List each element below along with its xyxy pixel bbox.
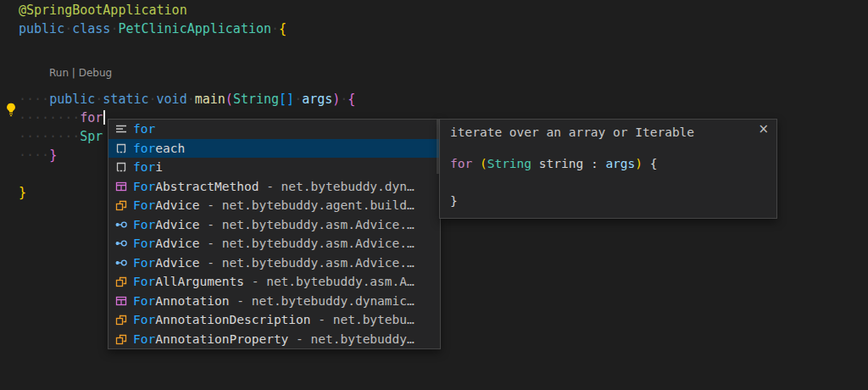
code-line[interactable]: public·class·PetClinicApplication·{: [19, 20, 355, 38]
codelens-debug-link[interactable]: Debug: [79, 67, 112, 79]
code-token: PetClinicApplication: [118, 21, 271, 36]
suggest-item-label: Annotation: [155, 294, 229, 308]
code-token: ····: [19, 92, 49, 107]
symbol-reference-icon: [114, 256, 128, 270]
code-line[interactable]: @SpringBootApplication: [19, 1, 355, 20]
suggest-item-detail: - net.bytebuddy.agent.build…: [200, 198, 415, 212]
code-token: for: [450, 157, 472, 170]
code-token: ·: [64, 21, 72, 36]
lightbulb-icon[interactable]: [3, 102, 19, 117]
suggest-item[interactable]: foreach: [108, 139, 440, 159]
symbol-class-icon: [114, 198, 128, 212]
suggest-item[interactable]: ForAnnotation - net.bytebuddy.dynamic…: [108, 292, 440, 311]
suggest-item-detail: - net.bytebuddy.asm.A…: [244, 275, 415, 288]
code-token: }: [450, 194, 458, 208]
suggest-item-match: for: [133, 160, 155, 174]
suggest-item-detail: - net.bytebuddy.asm.Advice.…: [200, 218, 415, 231]
code-token: ········: [19, 110, 80, 125]
code-token: ·: [187, 92, 195, 107]
code-token: {: [348, 92, 355, 107]
suggest-item[interactable]: ForAdvice - net.bytebuddy.asm.Advice.…: [108, 254, 440, 273]
symbol-method-icon: [114, 294, 128, 308]
code-token: public: [19, 21, 64, 36]
code-token: main: [195, 92, 225, 107]
symbol-keyword-icon: [114, 122, 128, 136]
suggest-item-detail: - net.bytebuddy.asm.Advice.…: [200, 256, 415, 270]
empty-line[interactable]: [19, 38, 355, 57]
code-token: void: [157, 92, 187, 107]
symbol-reference-icon: [114, 237, 128, 250]
docs-code-line: [450, 173, 766, 192]
code-token: (: [480, 157, 487, 170]
text-cursor: [103, 110, 105, 125]
suggest-item-label: Advice: [155, 218, 199, 231]
code-token: ········: [19, 129, 80, 144]
suggest-item-label: i: [155, 160, 163, 174]
code-editor-screen: { "theme": { "editor_bg": "#1e1e1e", "po…: [0, 0, 868, 390]
code-token: {: [643, 157, 657, 170]
suggest-item-label: AllArguments: [155, 275, 244, 288]
symbol-method-icon: [114, 180, 128, 193]
docs-summary: iterate over an array or Iterable: [440, 120, 776, 139]
suggest-item-match: For: [133, 198, 155, 212]
code-token: {: [279, 21, 287, 36]
code-token: }: [49, 148, 57, 163]
code-line[interactable]: ····public·static·void·main(String[]·arg…: [19, 90, 355, 109]
code-token: public: [49, 92, 95, 107]
suggest-item[interactable]: ForAdvice - net.bytebuddy.asm.Advice.…: [108, 215, 440, 235]
suggest-item-match: For: [133, 237, 155, 250]
code-token: static: [103, 92, 148, 107]
suggest-item[interactable]: ForAdvice - net.bytebuddy.asm.Advice.…: [108, 234, 440, 254]
symbol-class-icon: [114, 313, 128, 326]
code-token: String: [233, 92, 279, 107]
suggest-item-match: For: [133, 332, 155, 346]
suggest-item-match: For: [133, 180, 155, 193]
code-token: }: [19, 185, 26, 200]
suggest-item[interactable]: for: [108, 120, 440, 139]
code-token: class: [72, 21, 110, 36]
suggest-item-label: Advice: [155, 198, 199, 212]
code-token: (: [225, 92, 233, 107]
code-token: @SpringBootApplication: [19, 3, 187, 18]
symbol-snippet-icon: [114, 160, 128, 174]
suggest-item-label: Advice: [155, 256, 199, 270]
codelens-separator: |: [69, 67, 79, 79]
suggest-item-match: For: [133, 218, 155, 231]
suggest-item-match: For: [133, 256, 155, 270]
codelens: Run | Debug: [19, 57, 355, 90]
symbol-class-icon: [114, 332, 128, 346]
close-icon[interactable]: ×: [758, 123, 769, 136]
code-token: ): [635, 157, 643, 170]
suggest-item-label: AbstractMethod: [155, 180, 259, 193]
code-token: ·: [95, 92, 103, 107]
suggest-item-match: For: [133, 294, 155, 308]
suggest-item[interactable]: ForAnnotationProperty - net.bytebuddy…: [108, 330, 440, 349]
suggest-item-label: Advice: [155, 237, 199, 250]
code-token: [531, 157, 539, 170]
code-token: ): [332, 92, 340, 107]
suggest-item-detail: - net.bytebuddy.dynamic…: [230, 294, 415, 308]
suggest-item-label: AnnotationProperty: [155, 332, 288, 346]
suggest-item[interactable]: fori: [108, 158, 440, 177]
code-token: [472, 157, 480, 170]
code-token: string: [539, 157, 583, 170]
symbol-class-icon: [114, 275, 128, 288]
suggest-item[interactable]: ForAdvice - net.bytebuddy.agent.build…: [108, 196, 440, 215]
suggest-item[interactable]: ForAnnotationDescription - net.bytebu…: [108, 310, 440, 330]
suggest-item[interactable]: ForAbstractMethod - net.bytebuddy.dyn…: [108, 177, 440, 197]
symbol-snippet-icon: [114, 142, 128, 155]
suggest-docs-panel: iterate over an array or Iterable × for …: [439, 119, 777, 219]
suggest-item[interactable]: ForAllArguments - net.bytebuddy.asm.A…: [108, 272, 440, 292]
codelens-run-link[interactable]: Run: [49, 67, 69, 79]
suggest-item-detail: - net.bytebuddy.asm.Advice.…: [200, 237, 415, 250]
suggest-item-label: each: [155, 142, 185, 155]
code-token: ····: [19, 148, 49, 163]
docs-code-line: }: [450, 192, 766, 210]
suggest-list: forforeachforiForAbstractMethod - net.by…: [108, 120, 440, 348]
symbol-reference-icon: [114, 218, 128, 231]
code-token: ·: [340, 92, 348, 107]
code-token: Spr: [80, 129, 103, 144]
suggest-item-match: for: [133, 122, 155, 136]
lightbulb-glyph: [3, 102, 19, 117]
suggest-item-match: For: [133, 275, 155, 288]
